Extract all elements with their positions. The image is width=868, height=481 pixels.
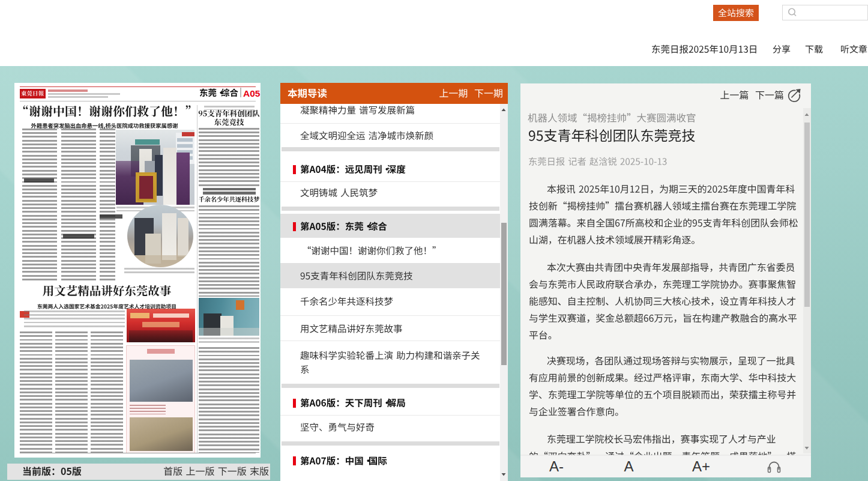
svg-text:A+: A+: [692, 458, 710, 474]
svg-text:A05: A05: [243, 88, 261, 98]
svg-text:A-: A-: [549, 458, 564, 474]
svg-text:A: A: [624, 458, 633, 474]
